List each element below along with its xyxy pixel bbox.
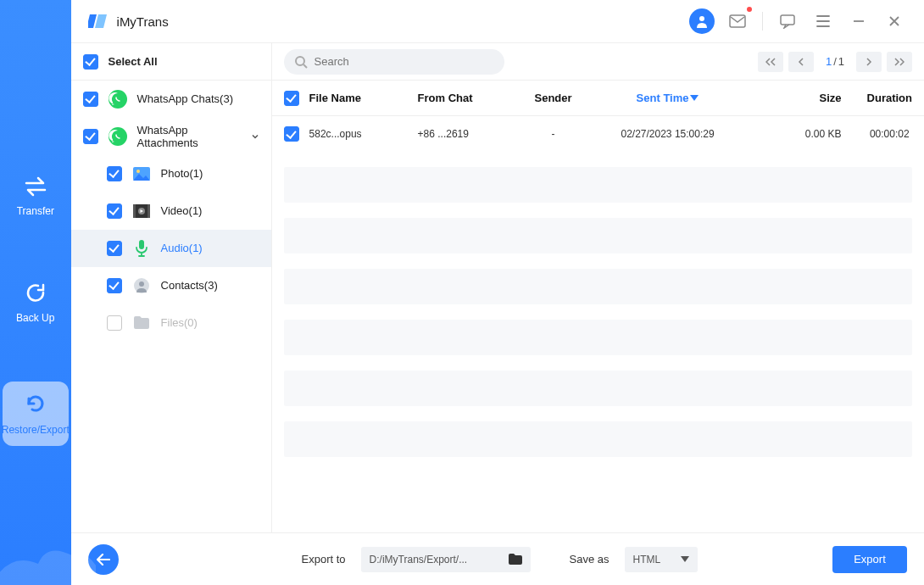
- export-button-label: Export: [854, 553, 886, 566]
- tree-attachments-label: WhatsApp Attachments: [137, 124, 241, 149]
- save-as-label: Save as: [570, 553, 610, 566]
- checkbox[interactable]: [107, 241, 122, 256]
- rail-restore[interactable]: Restore/Export: [3, 382, 69, 446]
- empty-row: [284, 320, 912, 355]
- logo-icon: [88, 11, 109, 31]
- svg-rect-11: [148, 204, 150, 218]
- export-path-text: D:/iMyTrans/Export/...: [370, 554, 502, 566]
- svg-point-16: [296, 57, 304, 65]
- category-sidebar: Select All WhatsApp Chats(3) WhatsApp At…: [71, 43, 272, 532]
- menu-icon[interactable]: [810, 8, 836, 34]
- chevron-down-icon: [681, 556, 689, 563]
- left-rail: Transfer Back Up Restore/Export: [0, 0, 71, 585]
- contacts-icon: [132, 276, 151, 295]
- footer: Export to D:/iMyTrans/Export/... Save as…: [71, 532, 924, 585]
- checkbox[interactable]: [284, 126, 299, 142]
- tree-files-label: Files(0): [161, 316, 259, 329]
- cell-filename: 582c...opus: [309, 128, 418, 140]
- search-field[interactable]: [314, 55, 494, 68]
- empty-row: [284, 370, 912, 406]
- export-path-input[interactable]: D:/iMyTrans/Export/...: [361, 547, 531, 572]
- tree-select-all[interactable]: Select All: [71, 43, 271, 81]
- transfer-icon: [23, 176, 48, 197]
- svg-point-15: [139, 281, 144, 287]
- microphone-icon: [132, 239, 151, 258]
- mail-icon[interactable]: [725, 8, 750, 34]
- export-to-label: Export to: [302, 553, 346, 566]
- minimize-icon[interactable]: [846, 8, 871, 34]
- rail-backup[interactable]: Back Up: [0, 275, 71, 331]
- app-logo: iMyTrans: [88, 11, 169, 31]
- tree-video[interactable]: Video(1): [71, 192, 271, 230]
- col-filename[interactable]: File Name: [309, 92, 418, 104]
- col-fromchat[interactable]: From Chat: [418, 92, 511, 104]
- checkbox-all[interactable]: [284, 91, 299, 106]
- rail-transfer[interactable]: Transfer: [0, 170, 71, 224]
- page-last-button[interactable]: [887, 52, 912, 72]
- close-icon[interactable]: [882, 8, 907, 34]
- page-indicator: 1/1: [826, 55, 844, 68]
- tree-audio[interactable]: Audio(1): [71, 230, 271, 267]
- tree-chats-label: WhatsApp Chats(3): [137, 92, 259, 105]
- tree-whatsapp-chats[interactable]: WhatsApp Chats(3): [71, 81, 271, 118]
- page-first-button[interactable]: [758, 52, 783, 72]
- checkbox[interactable]: [83, 129, 98, 144]
- photo-icon: [132, 164, 151, 183]
- search-input[interactable]: [284, 49, 504, 75]
- checkbox[interactable]: [107, 166, 122, 181]
- rail-transfer-label: Transfer: [17, 205, 54, 217]
- search-icon: [294, 55, 308, 69]
- app-title: iMyTrans: [117, 14, 169, 29]
- cell-fromchat: +86 ...2619: [418, 128, 511, 140]
- checkbox[interactable]: [107, 278, 122, 293]
- col-size[interactable]: Size: [740, 92, 842, 104]
- tree-photo[interactable]: Photo(1): [71, 155, 271, 192]
- rail-restore-label: Restore/Export: [2, 424, 70, 436]
- backup-icon: [25, 281, 47, 304]
- content-toolbar: 1/1: [272, 43, 924, 81]
- empty-row: [284, 269, 912, 304]
- tree-files[interactable]: Files(0): [71, 304, 271, 342]
- checkbox[interactable]: [107, 203, 122, 219]
- format-select[interactable]: HTML: [625, 547, 698, 572]
- checkbox[interactable]: [107, 315, 122, 331]
- cell-senttime: 02/27/2023 15:00:29: [596, 128, 740, 140]
- chevron-down-icon[interactable]: [251, 132, 259, 141]
- svg-point-4: [114, 95, 122, 103]
- table-row[interactable]: 582c...opus +86 ...2619 - 02/27/2023 15:…: [272, 116, 924, 152]
- chat-icon[interactable]: [775, 8, 800, 34]
- checkbox[interactable]: [83, 54, 98, 70]
- rail-cloud-icon: [0, 534, 96, 585]
- checkbox[interactable]: [83, 92, 98, 107]
- col-senttime[interactable]: Sent Time: [596, 92, 740, 104]
- svg-rect-2: [781, 15, 794, 25]
- col-duration[interactable]: Duration: [842, 92, 912, 104]
- tree-photo-label: Photo(1): [161, 167, 259, 180]
- cell-sender: -: [511, 128, 596, 140]
- sort-desc-icon: [690, 95, 699, 102]
- rail-backup-label: Back Up: [16, 312, 54, 324]
- cell-size: 0.00 KB: [740, 128, 842, 140]
- empty-row: [284, 218, 912, 254]
- restore-icon: [24, 392, 47, 415]
- account-icon[interactable]: [689, 8, 715, 34]
- pager: 1/1: [758, 52, 912, 72]
- tree-whatsapp-attachments[interactable]: WhatsApp Attachments: [71, 118, 271, 155]
- folder-icon[interactable]: [509, 554, 522, 565]
- folder-icon: [132, 314, 151, 332]
- svg-point-8: [136, 170, 140, 173]
- col-sender[interactable]: Sender: [511, 92, 596, 104]
- format-value: HTML: [633, 554, 661, 566]
- svg-rect-13: [139, 240, 144, 249]
- select-all-label: Select All: [109, 55, 259, 68]
- content-area: 1/1 File Name From Chat Sender Sent Time: [272, 43, 924, 532]
- empty-row: [284, 421, 912, 457]
- tree-audio-label: Audio(1): [161, 242, 259, 254]
- page-prev-button[interactable]: [788, 52, 814, 72]
- tree-contacts-label: Contacts(3): [161, 279, 259, 292]
- tree-video-label: Video(1): [161, 204, 259, 217]
- page-next-button[interactable]: [856, 52, 882, 72]
- svg-rect-10: [133, 204, 136, 218]
- tree-contacts[interactable]: Contacts(3): [71, 267, 271, 304]
- export-button[interactable]: Export: [832, 546, 907, 573]
